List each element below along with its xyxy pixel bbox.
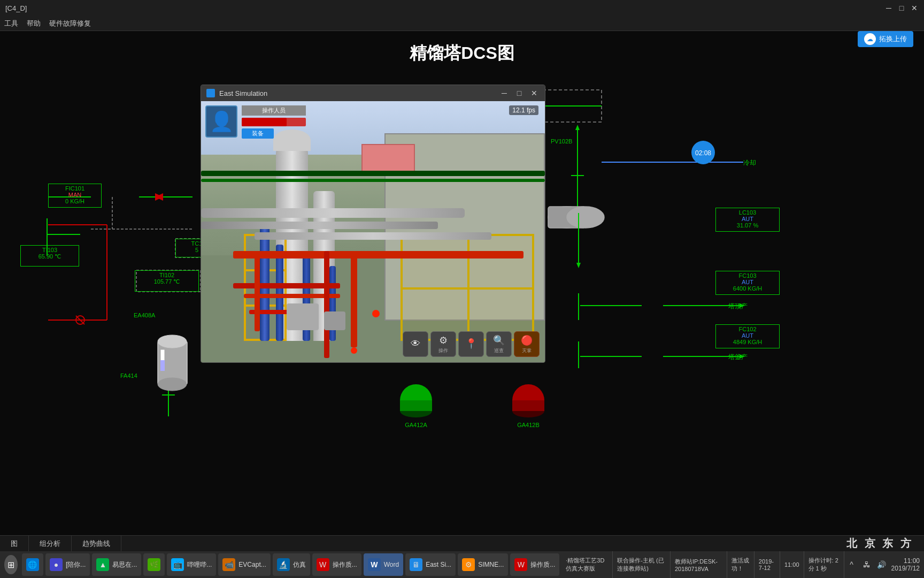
yellow-scaffold-right [401, 234, 534, 341]
valve-dot-1 [372, 310, 380, 317]
plant-icon: 🌿 [148, 558, 160, 571]
status-date: 2019-7-12 [754, 551, 780, 578]
taskbar-eastsi[interactable]: 🖥 East Si... [405, 553, 456, 576]
gray-pipe-1 [201, 208, 465, 218]
taskbar-bilibili[interactable]: 📺 哔哩哔... [167, 553, 216, 576]
operator-info: 操作人员 装备 [242, 105, 306, 139]
ti103-box[interactable]: TI103 65.90 ℃ [20, 245, 79, 267]
avatar-icon: 👤 [210, 110, 234, 133]
gray-pipe-3 [255, 232, 491, 240]
ga412a-label: GA412A [405, 422, 427, 428]
tool-camera[interactable]: 👁 [403, 331, 428, 357]
menu-help[interactable]: 帮助 [27, 19, 41, 28]
status-course: ·精馏塔工艺3D仿真大赛版 [561, 551, 613, 578]
sim-title-icon [206, 89, 215, 97]
status-ip: 教师站IP:DESK-20180718VA [671, 551, 727, 578]
ops2-icon: W [514, 558, 527, 571]
menu-tools[interactable]: 工具 [4, 19, 18, 28]
tray-network[interactable]: 🖧 [861, 559, 872, 570]
health-bar [242, 118, 306, 126]
maximize-btn[interactable]: □ [897, 4, 906, 12]
fc102-box[interactable]: FC102 AUT 4849 KG/H [715, 324, 780, 348]
companion-icon: ● [50, 558, 63, 571]
close-btn[interactable]: ✕ [910, 4, 919, 12]
taskbar-evcapt[interactable]: 📹 EVCapt... [218, 553, 270, 576]
system-tray: ^ 🖧 🔊 11:00 2019/7/12 [846, 557, 920, 572]
operator-panel: 👤 操作人员 装备 [205, 105, 306, 139]
taskbar-browser[interactable]: 🌐 [22, 553, 43, 576]
3d-scene: 12.1 fps 👤 操作人员 装备 [201, 101, 545, 362]
title-bar-controls: ─ □ ✕ [884, 4, 919, 12]
taskbar-ops2[interactable]: W 操作质... [510, 553, 559, 576]
ga412b-label: GA412B [517, 422, 540, 428]
svg-rect-51 [512, 400, 544, 411]
minimize-btn[interactable]: ─ [884, 4, 893, 12]
evcapt-icon: 📹 [222, 558, 235, 571]
beijing-east-text: 北 京 东 方 [846, 536, 924, 551]
status-activated: 激活成功！ [727, 551, 754, 578]
blue-pipe-2 [276, 245, 283, 341]
upload-icon: ☁ [864, 33, 876, 45]
sim-maximize-btn[interactable]: □ [514, 88, 525, 98]
tab-component[interactable]: 组分析 [29, 536, 72, 551]
browser-icon: 🌐 [26, 558, 39, 571]
svg-point-17 [567, 207, 604, 228]
page-title: 精馏塔DCS图 [410, 42, 514, 65]
fc103-box[interactable]: FC103 AUT 6400 KG/H [715, 271, 780, 295]
red-pipe-vert-2 [324, 251, 329, 358]
tool-fire[interactable]: 🔴 灭掌 [514, 331, 540, 357]
blue-pipe-1 [260, 223, 270, 341]
upload-button[interactable]: ☁ 拓换上传 [858, 31, 913, 47]
taskbar-clock: 11:00 2019/7/12 [891, 557, 920, 572]
tray-caret[interactable]: ^ [846, 559, 857, 570]
status-time: 11:00 [780, 551, 804, 578]
taskbar-companion[interactable]: ● [陪你... [45, 553, 90, 576]
tray-sound[interactable]: 🔊 [876, 559, 887, 570]
red-pipe-main [233, 251, 523, 258]
taskbar-word[interactable]: W Word [364, 553, 403, 576]
svg-point-38 [158, 335, 187, 348]
tab-map[interactable]: 图 [0, 536, 29, 551]
sim-title-text: East Simulation [219, 89, 495, 97]
taskbar-sim[interactable]: 🔬 仿真 [273, 553, 310, 576]
sim-content: 12.1 fps 👤 操作人员 装备 [201, 101, 545, 362]
taskbar-plant[interactable]: 🌿 [143, 553, 165, 576]
start-button[interactable]: ⊞ [4, 555, 18, 574]
tool-settings[interactable]: ⚙ 操作 [430, 331, 456, 357]
pv102b-label: PV102B [551, 138, 572, 144]
menu-hardware[interactable]: 硬件故障修复 [49, 19, 91, 28]
yisi-icon: ▲ [96, 558, 109, 571]
title-bar-text: [C4_D] [5, 4, 27, 12]
valve-assembly [287, 303, 319, 330]
tab-trend[interactable]: 趋势曲线 [72, 536, 121, 551]
valve-dot-2 [351, 347, 357, 354]
gray-pipe-2 [201, 222, 438, 229]
svg-marker-6 [575, 125, 580, 130]
tool-location[interactable]: 📍 [458, 331, 484, 357]
status-label: 装备 [242, 128, 274, 139]
red-pipe-vert-1 [351, 251, 357, 347]
timer-display: 02:08 [695, 149, 711, 157]
eastsi-icon: 🖥 [410, 558, 422, 571]
svg-point-39 [158, 378, 187, 391]
fa414-label: FA414 [120, 372, 137, 379]
green-pipe-top [201, 171, 545, 176]
status-mode: 联合操作-主机 (已连接教师站) [613, 551, 671, 578]
fps-display: 12.1 fps [509, 105, 538, 115]
health-fill [242, 118, 287, 126]
tool-search[interactable]: 🔍 巡查 [486, 331, 512, 357]
ti102-box[interactable]: TI102 105.77 ℃ [135, 270, 199, 292]
sim-close-btn[interactable]: ✕ [529, 88, 540, 98]
taskbar-yisi[interactable]: ▲ 易思在... [92, 553, 141, 576]
sim-minimize-btn[interactable]: ─ [499, 88, 510, 98]
svg-rect-41 [160, 360, 165, 371]
fic101-box[interactable]: FIC101 MAN 0 KG/H [48, 184, 102, 208]
bottom-tabs: 图 组分析 趋势曲线 北 京 东 方 [0, 535, 924, 551]
lc103-box[interactable]: LC103 AUT 31.07 % [715, 208, 780, 232]
taskbar-simne[interactable]: ⚙ SIMNE... [458, 553, 508, 576]
taskbar-ops1[interactable]: W 操作质... [312, 553, 361, 576]
sim-icon: 🔬 [277, 558, 290, 571]
ops1-icon: W [317, 558, 329, 571]
operator-name: 操作人员 [242, 105, 306, 116]
simne-icon: ⚙ [462, 558, 475, 571]
